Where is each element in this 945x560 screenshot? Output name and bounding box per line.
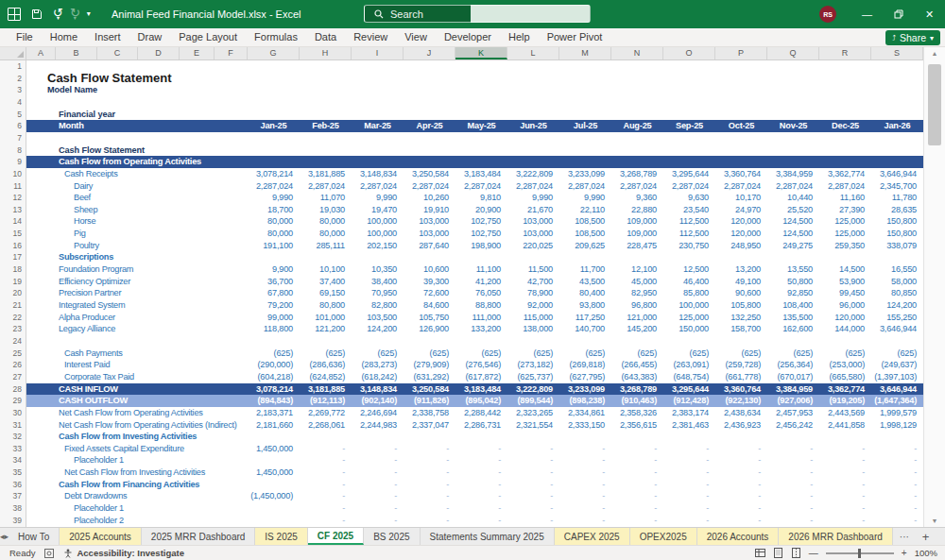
grid-cell[interactable]: 80,850: [871, 287, 923, 299]
row-number[interactable]: 30: [0, 407, 22, 419]
row-label[interactable]: Alpha Producer: [59, 312, 115, 324]
grid-cell[interactable]: -: [455, 467, 507, 479]
grid-cell[interactable]: 115,000: [507, 312, 559, 324]
grid-cell[interactable]: 11,700: [559, 263, 611, 276]
grid-cell[interactable]: -: [559, 490, 611, 502]
grid-cell[interactable]: (625): [404, 348, 455, 360]
grid-cell[interactable]: 2,268,061: [300, 419, 352, 432]
row-number[interactable]: 19: [0, 276, 22, 288]
row-label[interactable]: Foundation Program: [59, 263, 133, 276]
grid-cell[interactable]: 1,450,000: [248, 467, 300, 479]
grid-cell[interactable]: 126,900: [404, 323, 455, 335]
grid-cell[interactable]: (625): [871, 348, 923, 360]
grid-cell[interactable]: -: [300, 443, 352, 455]
column-header-G[interactable]: G: [248, 47, 300, 59]
grid-cell[interactable]: 11,100: [455, 263, 507, 276]
row-number[interactable]: 37: [0, 490, 22, 502]
grid-cell[interactable]: 80,000: [300, 215, 352, 228]
sheet-tab-2026-accounts[interactable]: 2026 Accounts: [697, 528, 780, 545]
grid-cell[interactable]: 90,600: [715, 287, 767, 299]
grid-cell[interactable]: (625): [559, 348, 611, 360]
grid-cell[interactable]: 150,800: [871, 215, 923, 228]
row-number[interactable]: 29: [0, 395, 22, 407]
grid-cell[interactable]: 3,360,764: [715, 168, 767, 180]
row-label[interactable]: Cash Receipts: [64, 168, 118, 180]
grid-cell[interactable]: 3,078,214: [248, 168, 300, 180]
grid-cell[interactable]: 2,441,858: [819, 419, 871, 432]
grid-cell[interactable]: 2,334,861: [559, 407, 611, 419]
grid-cell[interactable]: 150,800: [871, 228, 923, 240]
grid-cell[interactable]: Nov-25: [767, 120, 819, 132]
grid-cell[interactable]: 20,900: [455, 204, 507, 216]
sheet-tab-how-to[interactable]: How To: [9, 528, 60, 545]
grid-cell[interactable]: (665,580): [819, 371, 871, 383]
grid-cell[interactable]: -: [507, 502, 559, 515]
grid-cell[interactable]: 67,800: [248, 287, 300, 299]
grid-cell[interactable]: 41,200: [455, 276, 507, 288]
grid-cell[interactable]: 2,383,174: [663, 407, 715, 419]
grid-cell[interactable]: 3,646,944: [871, 383, 923, 396]
grid-cell[interactable]: (631,292): [404, 371, 455, 383]
grid-cell[interactable]: (625): [611, 348, 663, 360]
row-label[interactable]: Interest Paid: [64, 359, 110, 371]
grid-cell[interactable]: 248,950: [715, 240, 767, 252]
grid-cell[interactable]: 10,100: [300, 263, 352, 276]
grid-cell[interactable]: -: [559, 454, 611, 467]
grid-cell[interactable]: (625): [455, 348, 507, 360]
grid-cell[interactable]: -: [559, 479, 611, 491]
grid-cell[interactable]: 3,233,099: [559, 168, 611, 180]
row-label[interactable]: Placeholder 1: [74, 454, 124, 467]
grid-cell[interactable]: 53,900: [819, 276, 871, 288]
grid-cell[interactable]: 45,000: [611, 276, 663, 288]
grid-cell[interactable]: -: [767, 515, 819, 527]
grid-cell[interactable]: 162,600: [767, 323, 819, 335]
grid-cell[interactable]: 9,360: [611, 192, 663, 204]
grid-cell[interactable]: 2,246,694: [352, 407, 404, 419]
macro-record-icon[interactable]: [44, 549, 54, 558]
grid-cell[interactable]: -: [767, 454, 819, 467]
grid-cell[interactable]: 2,457,953: [767, 407, 819, 419]
grid-cell[interactable]: (912,428): [663, 395, 715, 407]
grid-cell[interactable]: 109,000: [611, 215, 663, 228]
grid-cell[interactable]: -: [611, 454, 663, 467]
grid-cell[interactable]: 2,338,758: [404, 407, 455, 419]
grid-cell[interactable]: 259,350: [819, 240, 871, 252]
grid-cell[interactable]: 22,880: [611, 204, 663, 216]
row-number[interactable]: 2: [0, 73, 22, 85]
grid-cell[interactable]: 80,800: [300, 299, 352, 312]
grid-cell[interactable]: (643,383): [611, 371, 663, 383]
grid-cell[interactable]: (648,754): [663, 371, 715, 383]
scroll-down-icon[interactable]: ▼: [924, 518, 945, 524]
grid-cell[interactable]: 3,078,214: [248, 383, 300, 396]
grid-cell[interactable]: 2,436,923: [715, 419, 767, 432]
grid-cell[interactable]: 103,000: [507, 215, 559, 228]
sheet-tab-capex-2025[interactable]: CAPEX 2025: [555, 528, 630, 545]
grid-cell[interactable]: 2,287,024: [611, 180, 663, 193]
sheet-tab-2026-mrr-dashboard[interactable]: 2026 MRR Dashboard: [779, 528, 893, 545]
grid-cell[interactable]: 96,000: [819, 299, 871, 312]
grid-cell[interactable]: 16,550: [871, 263, 923, 276]
page-layout-view-icon[interactable]: [773, 548, 783, 558]
grid-cell[interactable]: 140,700: [559, 323, 611, 335]
grid-cell[interactable]: -: [663, 467, 715, 479]
grid-cell[interactable]: 249,275: [767, 240, 819, 252]
grid-cell[interactable]: 11,070: [300, 192, 352, 204]
grid-cell[interactable]: 3,268,789: [611, 383, 663, 396]
grid-cell[interactable]: 228,475: [611, 240, 663, 252]
row-number[interactable]: 23: [0, 323, 22, 335]
scroll-up-icon[interactable]: ▲: [924, 50, 945, 57]
grid-cell[interactable]: -: [559, 502, 611, 515]
menu-tab-formulas[interactable]: Formulas: [246, 28, 306, 46]
grid-cell[interactable]: -: [455, 454, 507, 467]
column-header-B[interactable]: B: [56, 47, 97, 59]
grid-cell[interactable]: (279,909): [404, 359, 455, 371]
grid-cell[interactable]: -: [300, 467, 352, 479]
row-number[interactable]: 12: [0, 192, 22, 204]
column-header-C[interactable]: C: [97, 47, 138, 59]
row-label[interactable]: CASH OUTFLOW: [59, 395, 128, 407]
grid-cell[interactable]: 135,500: [767, 312, 819, 324]
grid-cell[interactable]: 3,222,809: [507, 168, 559, 180]
row-label[interactable]: Dairy: [74, 180, 93, 193]
grid-cell[interactable]: (912,113): [300, 395, 352, 407]
grid-cell[interactable]: 101,000: [300, 312, 352, 324]
